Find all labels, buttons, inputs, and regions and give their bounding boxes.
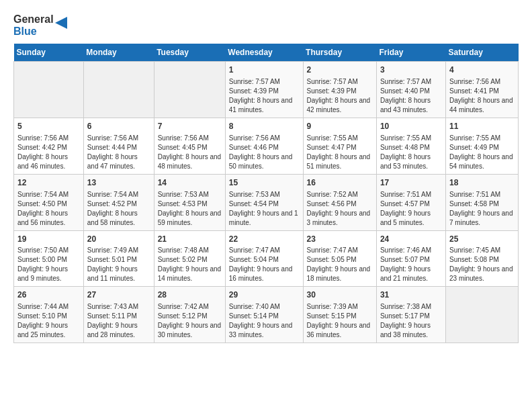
- day-info: Sunrise: 7:47 AM Sunset: 5:05 PM Dayligh…: [307, 246, 373, 283]
- day-cell: [154, 62, 225, 118]
- day-info: Sunrise: 7:54 AM Sunset: 4:52 PM Dayligh…: [87, 190, 150, 228]
- header-thursday: Thursday: [303, 44, 376, 62]
- day-cell: 10Sunrise: 7:55 AM Sunset: 4:48 PM Dayli…: [376, 118, 445, 174]
- week-row-3: 12Sunrise: 7:54 AM Sunset: 4:50 PM Dayli…: [14, 174, 519, 230]
- day-info: Sunrise: 7:57 AM Sunset: 4:40 PM Dayligh…: [380, 77, 442, 115]
- day-info: Sunrise: 7:39 AM Sunset: 5:15 PM Dayligh…: [307, 302, 373, 340]
- day-cell: 15Sunrise: 7:53 AM Sunset: 4:54 PM Dayli…: [225, 174, 303, 230]
- day-cell: 12Sunrise: 7:54 AM Sunset: 4:50 PM Dayli…: [14, 174, 84, 230]
- day-number: 13: [87, 177, 150, 189]
- day-info: Sunrise: 7:56 AM Sunset: 4:46 PM Dayligh…: [229, 134, 300, 171]
- day-info: Sunrise: 7:55 AM Sunset: 4:49 PM Dayligh…: [449, 134, 515, 171]
- day-cell: 28Sunrise: 7:42 AM Sunset: 5:12 PM Dayli…: [154, 287, 225, 343]
- day-cell: 5Sunrise: 7:56 AM Sunset: 4:42 PM Daylig…: [14, 118, 84, 174]
- day-number: 31: [380, 289, 442, 301]
- day-cell: 2Sunrise: 7:57 AM Sunset: 4:39 PM Daylig…: [303, 62, 376, 118]
- header-monday: Monday: [83, 44, 154, 62]
- day-info: Sunrise: 7:51 AM Sunset: 4:57 PM Dayligh…: [380, 190, 442, 228]
- day-number: 26: [17, 289, 80, 301]
- day-info: Sunrise: 7:52 AM Sunset: 4:56 PM Dayligh…: [307, 190, 373, 228]
- day-number: 8: [229, 121, 300, 132]
- day-cell: 24Sunrise: 7:46 AM Sunset: 5:07 PM Dayli…: [376, 230, 445, 287]
- day-info: Sunrise: 7:44 AM Sunset: 5:10 PM Dayligh…: [17, 302, 80, 340]
- day-cell: 29Sunrise: 7:40 AM Sunset: 5:14 PM Dayli…: [225, 287, 303, 343]
- day-cell: 27Sunrise: 7:43 AM Sunset: 5:11 PM Dayli…: [83, 287, 154, 343]
- day-cell: 19Sunrise: 7:50 AM Sunset: 5:00 PM Dayli…: [14, 230, 84, 287]
- day-info: Sunrise: 7:51 AM Sunset: 4:58 PM Dayligh…: [449, 190, 515, 228]
- day-cell: 25Sunrise: 7:45 AM Sunset: 5:08 PM Dayli…: [445, 230, 518, 287]
- day-number: 14: [158, 177, 222, 189]
- day-number: 27: [87, 289, 150, 301]
- header-friday: Friday: [376, 44, 445, 62]
- header-tuesday: Tuesday: [154, 44, 225, 62]
- day-number: 24: [380, 234, 442, 245]
- day-cell: 14Sunrise: 7:53 AM Sunset: 4:53 PM Dayli…: [154, 174, 225, 230]
- day-number: 16: [307, 177, 373, 189]
- day-cell: 1Sunrise: 7:57 AM Sunset: 4:39 PM Daylig…: [225, 62, 303, 118]
- page-header: General Blue: [13, 13, 519, 37]
- day-number: 1: [229, 64, 300, 76]
- day-number: 29: [229, 289, 300, 301]
- day-info: Sunrise: 7:54 AM Sunset: 4:50 PM Dayligh…: [17, 190, 80, 228]
- day-info: Sunrise: 7:42 AM Sunset: 5:12 PM Dayligh…: [158, 302, 222, 340]
- day-cell: 4Sunrise: 7:56 AM Sunset: 4:41 PM Daylig…: [445, 62, 518, 118]
- day-cell: 21Sunrise: 7:48 AM Sunset: 5:02 PM Dayli…: [154, 230, 225, 287]
- day-number: 6: [87, 121, 150, 132]
- day-info: Sunrise: 7:55 AM Sunset: 4:47 PM Dayligh…: [307, 134, 373, 171]
- day-cell: 31Sunrise: 7:38 AM Sunset: 5:17 PM Dayli…: [376, 287, 445, 343]
- day-number: 28: [158, 289, 222, 301]
- day-cell: 13Sunrise: 7:54 AM Sunset: 4:52 PM Dayli…: [83, 174, 154, 230]
- header-wednesday: Wednesday: [225, 44, 303, 62]
- day-number: 18: [449, 177, 515, 189]
- logo-blue: Blue: [13, 26, 54, 38]
- day-cell: 8Sunrise: 7:56 AM Sunset: 4:46 PM Daylig…: [225, 118, 303, 174]
- day-cell: 22Sunrise: 7:47 AM Sunset: 5:04 PM Dayli…: [225, 230, 303, 287]
- day-info: Sunrise: 7:40 AM Sunset: 5:14 PM Dayligh…: [229, 302, 300, 340]
- day-cell: 7Sunrise: 7:56 AM Sunset: 4:45 PM Daylig…: [154, 118, 225, 174]
- svg-marker-0: [55, 17, 67, 29]
- day-number: 22: [229, 234, 300, 245]
- day-info: Sunrise: 7:56 AM Sunset: 4:45 PM Dayligh…: [158, 134, 222, 171]
- day-info: Sunrise: 7:45 AM Sunset: 5:08 PM Dayligh…: [449, 246, 515, 283]
- header-saturday: Saturday: [445, 44, 518, 62]
- day-cell: 17Sunrise: 7:51 AM Sunset: 4:57 PM Dayli…: [376, 174, 445, 230]
- logo-arrow-icon: [55, 17, 67, 29]
- day-cell: 9Sunrise: 7:55 AM Sunset: 4:47 PM Daylig…: [303, 118, 376, 174]
- day-number: 3: [380, 64, 442, 76]
- day-cell: 3Sunrise: 7:57 AM Sunset: 4:40 PM Daylig…: [376, 62, 445, 118]
- day-number: 4: [449, 64, 515, 76]
- week-row-2: 5Sunrise: 7:56 AM Sunset: 4:42 PM Daylig…: [14, 118, 519, 174]
- day-info: Sunrise: 7:49 AM Sunset: 5:01 PM Dayligh…: [87, 246, 150, 283]
- day-number: 10: [380, 121, 442, 132]
- day-number: 17: [380, 177, 442, 189]
- week-row-5: 26Sunrise: 7:44 AM Sunset: 5:10 PM Dayli…: [14, 287, 519, 343]
- day-info: Sunrise: 7:48 AM Sunset: 5:02 PM Dayligh…: [158, 246, 222, 283]
- day-number: 30: [307, 289, 373, 301]
- day-number: 2: [307, 64, 373, 76]
- day-info: Sunrise: 7:46 AM Sunset: 5:07 PM Dayligh…: [380, 246, 442, 283]
- week-row-1: 1Sunrise: 7:57 AM Sunset: 4:39 PM Daylig…: [14, 62, 519, 118]
- calendar-header-row: SundayMondayTuesdayWednesdayThursdayFrid…: [14, 44, 519, 62]
- day-cell: 11Sunrise: 7:55 AM Sunset: 4:49 PM Dayli…: [445, 118, 518, 174]
- day-info: Sunrise: 7:47 AM Sunset: 5:04 PM Dayligh…: [229, 246, 300, 283]
- day-number: 20: [87, 234, 150, 245]
- day-number: 12: [17, 177, 80, 189]
- day-cell: 18Sunrise: 7:51 AM Sunset: 4:58 PM Dayli…: [445, 174, 518, 230]
- day-cell: [445, 287, 518, 343]
- header-sunday: Sunday: [14, 44, 84, 62]
- day-cell: [14, 62, 84, 118]
- day-info: Sunrise: 7:53 AM Sunset: 4:54 PM Dayligh…: [229, 190, 300, 228]
- day-number: 9: [307, 121, 373, 132]
- day-cell: 30Sunrise: 7:39 AM Sunset: 5:15 PM Dayli…: [303, 287, 376, 343]
- day-number: 5: [17, 121, 80, 132]
- day-info: Sunrise: 7:57 AM Sunset: 4:39 PM Dayligh…: [229, 77, 300, 115]
- logo: General Blue: [13, 13, 67, 37]
- day-cell: 16Sunrise: 7:52 AM Sunset: 4:56 PM Dayli…: [303, 174, 376, 230]
- day-info: Sunrise: 7:43 AM Sunset: 5:11 PM Dayligh…: [87, 302, 150, 340]
- day-info: Sunrise: 7:56 AM Sunset: 4:44 PM Dayligh…: [87, 134, 150, 171]
- day-number: 11: [449, 121, 515, 132]
- day-info: Sunrise: 7:53 AM Sunset: 4:53 PM Dayligh…: [158, 190, 222, 228]
- day-info: Sunrise: 7:50 AM Sunset: 5:00 PM Dayligh…: [17, 246, 80, 283]
- day-number: 21: [158, 234, 222, 245]
- day-cell: [83, 62, 154, 118]
